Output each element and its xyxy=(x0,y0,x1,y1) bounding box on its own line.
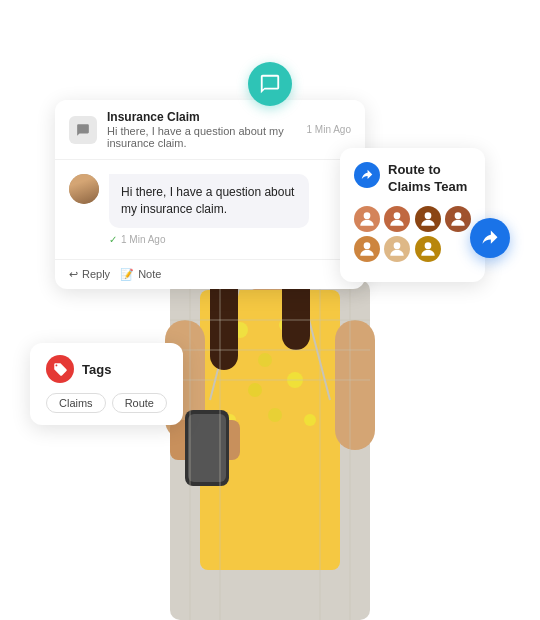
svg-point-15 xyxy=(268,408,282,422)
reply-button[interactable]: ↩ Reply xyxy=(69,268,110,281)
svg-point-10 xyxy=(258,353,272,367)
route-action-button[interactable] xyxy=(470,218,510,258)
tags-card: Tags Claims Route xyxy=(30,343,183,425)
message-area: Hi there, I have a question about my ins… xyxy=(55,160,365,259)
card-actions: ↩ Reply 📝 Note xyxy=(55,259,365,289)
reply-label: Reply xyxy=(82,268,110,280)
notification-card-icon xyxy=(69,116,97,144)
notification-title-area: Insurance Claim Hi there, I have a quest… xyxy=(107,110,307,149)
team-avatar xyxy=(354,206,380,232)
svg-point-6 xyxy=(424,242,431,249)
note-label: Note xyxy=(138,268,161,280)
team-avatar xyxy=(415,236,441,262)
svg-point-1 xyxy=(394,212,401,219)
team-avatar xyxy=(384,236,410,262)
bubble-time: 1 Min Ago xyxy=(121,234,165,245)
team-avatar xyxy=(384,206,410,232)
route-header: Route to Claims Team xyxy=(354,162,471,196)
bubble-content: Hi there, I have a question about my ins… xyxy=(109,174,309,228)
notification-subtitle: Hi there, I have a question about my ins… xyxy=(107,125,307,149)
svg-point-0 xyxy=(364,212,371,219)
svg-point-4 xyxy=(364,242,371,249)
notification-time: 1 Min Ago xyxy=(307,124,351,135)
svg-point-16 xyxy=(304,414,316,426)
svg-point-3 xyxy=(454,212,461,219)
route-title: Route to Claims Team xyxy=(388,162,467,196)
avatars-grid xyxy=(354,206,471,262)
tags-header: Tags xyxy=(46,355,167,383)
notification-title: Insurance Claim xyxy=(107,110,307,124)
tags-title: Tags xyxy=(82,362,111,377)
notification-card: Insurance Claim Hi there, I have a quest… xyxy=(55,100,365,289)
bubble-text: Hi there, I have a question about my ins… xyxy=(121,184,297,218)
route-icon xyxy=(354,162,380,188)
route-card: Route to Claims Team xyxy=(340,148,485,282)
note-icon: 📝 xyxy=(120,268,134,281)
check-icon: ✓ xyxy=(109,234,117,245)
team-avatar xyxy=(354,236,380,262)
avatar xyxy=(69,174,99,204)
team-avatar xyxy=(445,206,471,232)
reply-icon: ↩ xyxy=(69,268,78,281)
green-chat-icon xyxy=(248,62,292,106)
svg-point-2 xyxy=(424,212,431,219)
notification-header: Insurance Claim Hi there, I have a quest… xyxy=(55,100,365,160)
tag-icon xyxy=(46,355,74,383)
svg-point-5 xyxy=(394,242,401,249)
svg-point-12 xyxy=(248,383,262,397)
note-button[interactable]: 📝 Note xyxy=(120,268,161,281)
tag-claims[interactable]: Claims xyxy=(46,393,106,413)
tags-list: Claims Route xyxy=(46,393,167,413)
bubble-meta: ✓ 1 Min Ago xyxy=(109,234,309,245)
team-avatar xyxy=(415,206,441,232)
svg-rect-35 xyxy=(335,320,375,450)
tag-route[interactable]: Route xyxy=(112,393,167,413)
message-bubble: Hi there, I have a question about my ins… xyxy=(69,174,351,245)
